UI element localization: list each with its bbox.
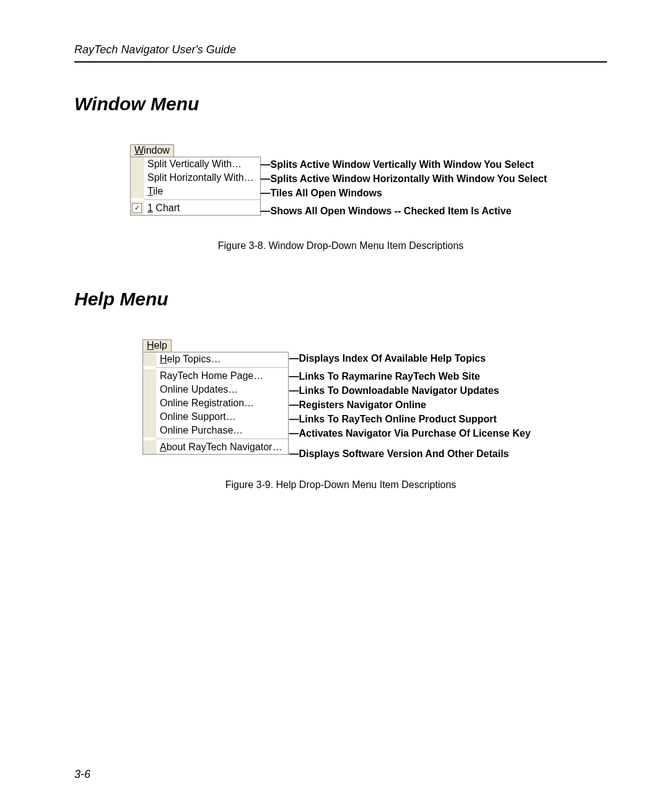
menu-item-1-chart[interactable]: ✓ 1 Chart <box>131 201 260 215</box>
figure-help-menu: Help Help Topics… RayTech Home Page… Onl… <box>142 334 607 461</box>
menu-item-about[interactable]: About RayTech Navigator… <box>143 440 288 454</box>
menu-separator <box>155 367 288 368</box>
menu-item-help-topics[interactable]: Help Topics… <box>143 352 288 366</box>
desc-online-purchase: —Activates Navigator Via Purchase Of Lic… <box>289 427 530 441</box>
desc-split-horizontally: —Splits Active Window Horizontally With … <box>261 172 547 186</box>
desc-help-topics: —Displays Index Of Available Help Topics <box>289 352 530 366</box>
figure-caption-help: Figure 3-9. Help Drop-Down Menu Item Des… <box>74 479 607 491</box>
desc-raytech-home: —Links To Raymarine RayTech Web Site <box>289 370 530 384</box>
section-heading-help: Help Menu <box>74 289 607 310</box>
desc-about: —Displays Software Version And Other Det… <box>289 445 530 461</box>
window-dropdown: Window Split Vertically With… Split Hori… <box>130 144 261 216</box>
window-descriptions: —Splits Active Window Vertically With Wi… <box>261 144 547 222</box>
section-heading-window: Window Menu <box>74 94 607 115</box>
menu-item-online-support[interactable]: Online Support… <box>143 410 288 424</box>
desc-tile: —Tiles All Open Windows <box>261 186 547 201</box>
help-descriptions: —Displays Index Of Available Help Topics… <box>289 339 530 461</box>
menu-item-raytech-home[interactable]: RayTech Home Page… <box>143 369 288 383</box>
figure-window-menu: Window Split Vertically With… Split Hori… <box>130 139 607 222</box>
desc-online-registration: —Registers Navigator Online <box>289 398 530 413</box>
menu-item-online-purchase[interactable]: Online Purchase… <box>143 424 288 437</box>
desc-online-support: —Links To RayTech Online Product Support <box>289 413 530 427</box>
page-number: 3-6 <box>74 768 90 781</box>
checkmark-icon: ✓ <box>132 203 142 213</box>
menu-item-online-updates[interactable]: Online Updates… <box>143 383 288 396</box>
window-menu-title[interactable]: Window <box>130 144 174 157</box>
running-header: RayTech Navigator User's Guide <box>74 43 607 63</box>
help-menu-title[interactable]: Help <box>142 339 172 352</box>
menu-item-online-registration[interactable]: Online Registration… <box>143 396 288 410</box>
desc-split-vertically: —Splits Active Window Vertically With Wi… <box>261 158 547 172</box>
menu-item-split-horizontally[interactable]: Split Horizontally With… <box>131 171 260 185</box>
menu-separator <box>143 199 260 200</box>
help-dropdown: Help Help Topics… RayTech Home Page… Onl… <box>142 339 289 455</box>
desc-1-chart: —Shows All Open Windows -- Checked Item … <box>261 201 547 222</box>
desc-online-updates: —Links To Downloadable Navigator Updates <box>289 384 530 398</box>
menu-separator <box>155 439 288 439</box>
menu-item-tile[interactable]: Tile <box>131 185 260 198</box>
menu-item-split-vertically[interactable]: Split Vertically With… <box>131 157 260 171</box>
figure-caption-window: Figure 3-8. Window Drop-Down Menu Item D… <box>74 240 607 251</box>
